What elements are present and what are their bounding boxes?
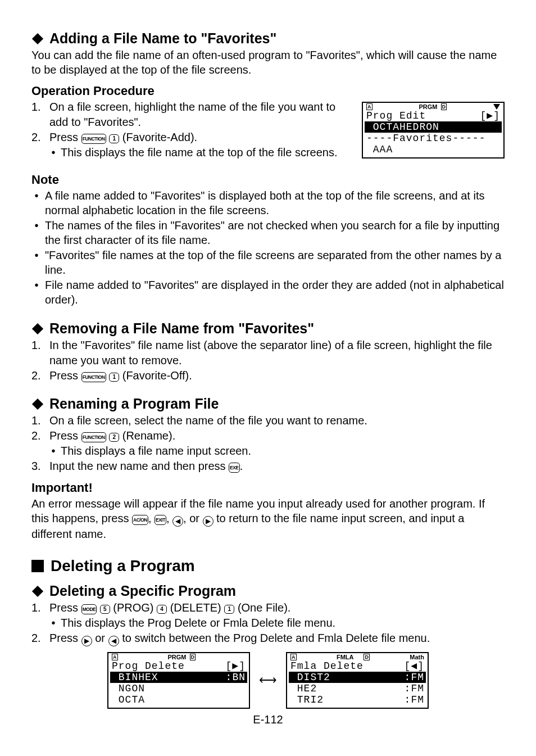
step-text: Press MODE 5 (PROG) 4 (DELETE) 1 (One Fi… [49, 600, 505, 631]
double-arrow-icon: ⟷ [259, 673, 277, 687]
number-key-icon: 4 [157, 605, 167, 614]
lcd-screenshot-prog-delete: A PRGM D Prog Delete[▶] BINHEX:BN NGON O… [107, 652, 250, 709]
steps-rename: 1.On a file screen, select the name of t… [31, 413, 505, 474]
filled-square-icon [31, 560, 44, 572]
subheading-note: Note [31, 173, 505, 187]
lcd-row-selected: OCTAHEDRON [365, 121, 502, 133]
left-arrow-key-icon: ◀ [172, 516, 183, 527]
status-math: Math [410, 654, 424, 660]
mode-key-icon: MODE [81, 604, 97, 614]
page-number: E-112 [31, 713, 505, 726]
subheading-important: Important! [31, 481, 505, 495]
note-list: •A file name added to "Favorites" is dis… [31, 188, 505, 307]
substep-text: This displays the Prog Delete or Fmla De… [61, 615, 335, 631]
diamond-outline-icon [31, 585, 44, 597]
scroll-down-icon [493, 104, 500, 110]
lcd-row: Prog Edit[▶] [363, 110, 503, 121]
heading-text: Renaming a Program File [49, 396, 219, 412]
right-arrow-key-icon: ▶ [203, 516, 214, 527]
steps-remove-favorite: 1.In the "Favorites" file name list (abo… [31, 338, 505, 383]
status-mode: PRGM [167, 654, 186, 660]
diamond-outline-icon [31, 398, 44, 410]
step-text: Input the new name and then press EXE. [49, 459, 505, 474]
number-key-icon: 1 [109, 134, 119, 143]
indicator-a: A [112, 654, 118, 660]
diamond-outline-icon [31, 323, 44, 335]
lcd-row: OCTA [108, 694, 249, 708]
lcd-screenshot-favorites: A PRGM D Prog Edit[▶] OCTAHEDRON ----Fav… [362, 102, 505, 159]
number-key-icon: 1 [224, 605, 234, 614]
number-key-icon: 1 [109, 373, 119, 382]
lcd-row: ----Favorites----- [363, 133, 503, 144]
diamond-outline-icon [31, 33, 44, 45]
indicator-a: A [366, 103, 373, 110]
ac-key-icon: AC/ON [132, 515, 148, 525]
section-heading-remove-favorite: Removing a File Name from "Favorites" [31, 320, 505, 337]
indicator-a: A [290, 654, 297, 660]
lcd-row: Prog Delete[▶] [108, 660, 249, 672]
steps-delete-specific: 1. Press MODE 5 (PROG) 4 (DELETE) 1 (One… [31, 600, 505, 646]
lcd-row: AAA [363, 144, 503, 157]
exit-key-icon: EXIT [155, 515, 166, 525]
note-text: File name added to "Favorites" are displ… [45, 278, 505, 307]
step-text: On a file screen, select the name of the… [49, 413, 505, 428]
step-text: On a file screen, highlight the name of … [49, 99, 351, 130]
substep-text: This displays the file name at the top o… [61, 145, 337, 160]
indicator-d: D [190, 654, 196, 660]
section-heading-deleting-program: Deleting a Program [31, 557, 505, 575]
important-paragraph: An error message will appear if the file… [31, 496, 505, 541]
step-text: Press FUNCTION 1 (Favorite-Off). [49, 368, 505, 383]
function-key-icon: FUNCTION [81, 134, 106, 144]
lcd-pair-delete-menus: A PRGM D Prog Delete[▶] BINHEX:BN NGON O… [31, 652, 505, 709]
function-key-icon: FUNCTION [81, 432, 106, 442]
number-key-icon: 2 [109, 433, 119, 442]
heading-text: Deleting a Program [51, 557, 195, 575]
intro-paragraph: You can add the file name of an often-us… [31, 48, 505, 77]
exe-key-icon: EXE [229, 463, 240, 473]
number-key-icon: 5 [100, 605, 110, 614]
heading-text: Removing a File Name from "Favorites" [49, 320, 314, 337]
lcd-row-selected: DIST2:FM [289, 672, 426, 683]
lcd-row: Fmla Delete[◀] [287, 660, 428, 672]
subheading-operation: Operation Procedure [31, 84, 505, 98]
step-text: Press FUNCTION 2 (Rename). •This display… [49, 428, 505, 459]
note-text: A file name added to "Favorites" is disp… [45, 188, 505, 218]
section-heading-add-favorite: Adding a File Name to "Favorites" [31, 30, 505, 47]
step-text: Press FUNCTION 1 (Favorite-Add). •This d… [49, 130, 351, 160]
lcd-row: NGON [108, 683, 249, 694]
indicator-d: D [364, 654, 370, 660]
section-heading-rename: Renaming a Program File [31, 396, 505, 412]
function-key-icon: FUNCTION [81, 372, 106, 382]
step-text: In the "Favorites" file name list (above… [49, 338, 505, 368]
substep-text: This displays a file name input screen. [61, 443, 251, 459]
right-arrow-key-icon: ▶ [81, 636, 92, 646]
lcd-row-selected: BINHEX:BN [110, 672, 247, 683]
heading-text: Adding a File Name to "Favorites" [49, 30, 276, 47]
note-text: The names of the files in "Favorites" ar… [45, 218, 505, 247]
left-arrow-key-icon: ◀ [108, 636, 119, 646]
status-mode: FMLA [337, 654, 353, 660]
section-heading-delete-specific: Deleting a Specific Program [31, 583, 505, 599]
note-text: "Favorites" file names at the top of the… [45, 248, 505, 277]
indicator-d: D [441, 103, 447, 110]
status-mode: PRGM [419, 103, 437, 110]
lcd-screenshot-fmla-delete: A FMLA D Math Fmla Delete[◀] DIST2:FM HE… [286, 652, 429, 709]
heading-text: Deleting a Specific Program [49, 583, 236, 599]
step-text: Press ▶ or ◀ to switch between the Prog … [49, 631, 505, 646]
lcd-row: HE2:FM [287, 683, 428, 694]
lcd-row: TRI2:FM [287, 694, 428, 708]
